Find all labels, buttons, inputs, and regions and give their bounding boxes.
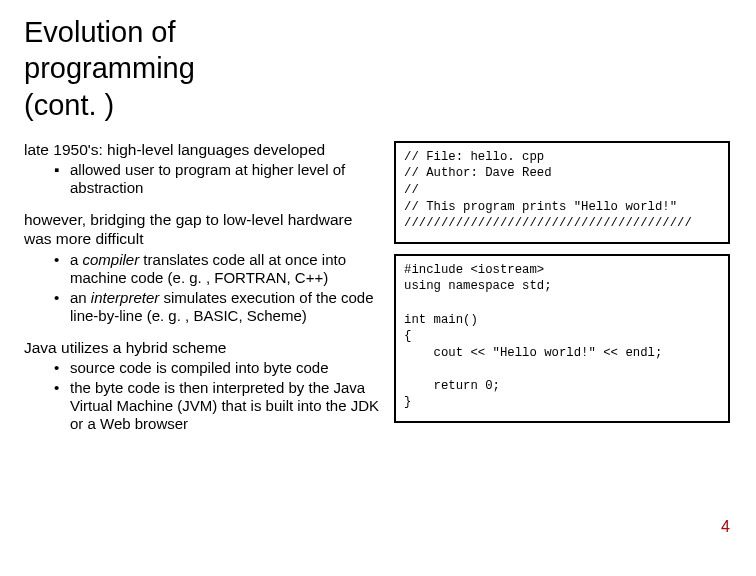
paragraph-3: Java utilizes a hybrid scheme [24, 339, 380, 358]
list-item: source code is compiled into byte code [54, 359, 380, 377]
text-pre: a [70, 251, 83, 268]
slide-title: Evolution of programming (cont. ) [24, 14, 732, 123]
bullet-item: allowed user to program at higher level … [54, 161, 380, 197]
paragraph-1: late 1950's: high-level languages develo… [24, 141, 380, 160]
bullet-list-1: allowed user to program at higher level … [24, 161, 380, 197]
code-box-body: #include <iostream> using namespace std;… [394, 254, 730, 423]
list-item: the byte code is then interpreted by the… [54, 379, 380, 433]
list-item: a compiler translates code all at once i… [54, 251, 380, 287]
code-box-header: // File: hello. cpp // Author: Dave Reed… [394, 141, 730, 244]
paragraph-2: however, bridging the gap to low-level h… [24, 211, 380, 248]
emphasis-compiler: compiler [83, 251, 140, 268]
emphasis-interpreter: interpreter [91, 289, 159, 306]
content-columns: late 1950's: high-level languages develo… [24, 141, 732, 447]
page-number: 4 [721, 518, 730, 536]
list-item: an interpreter simulates execution of th… [54, 289, 380, 325]
left-column: late 1950's: high-level languages develo… [24, 141, 380, 447]
dot-list-2: source code is compiled into byte code t… [24, 359, 380, 433]
dot-list-1: a compiler translates code all at once i… [24, 251, 380, 325]
right-column: // File: hello. cpp // Author: Dave Reed… [394, 141, 730, 447]
text-pre: an [70, 289, 91, 306]
